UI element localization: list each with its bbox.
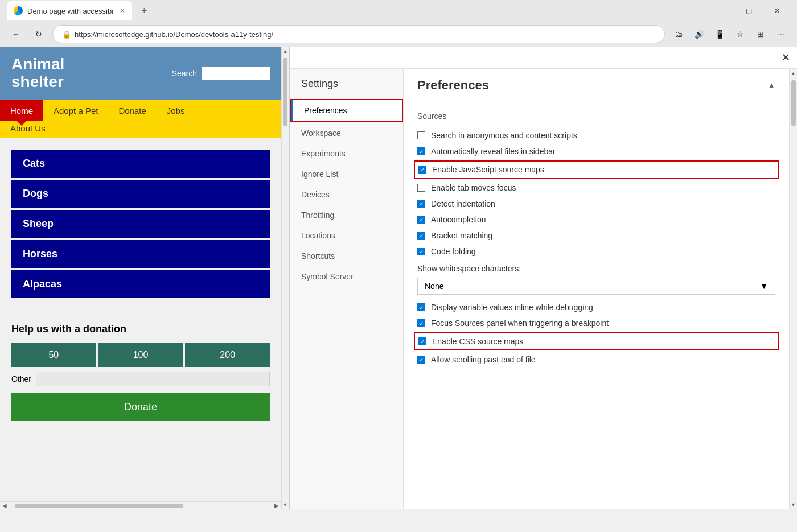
scrollbar-thumb-v[interactable] — [283, 58, 287, 126]
scroll-right-arrow[interactable]: ▶ — [272, 501, 281, 510]
donate-50[interactable]: 50 — [11, 343, 96, 367]
nav-donate[interactable]: Donate — [108, 100, 156, 121]
animals-list: Cats Dogs Sheep Horses Alpacas — [0, 138, 281, 312]
whitespace-select-container: None ▼ — [417, 278, 775, 295]
pref-scrollbar-thumb[interactable] — [791, 80, 796, 126]
settings-experiments[interactable]: Experiments — [290, 143, 403, 164]
scroll-up-arrow[interactable]: ▲ — [283, 47, 288, 56]
animal-dogs[interactable]: Dogs — [11, 180, 270, 208]
symbol-server-label: Symbol Server — [301, 272, 354, 281]
about-bar: About Us — [0, 121, 281, 138]
window-controls: — ▢ ✕ — [707, 2, 790, 20]
url-input[interactable]: 🔒 https://microsoftedge.github.io/Demos/… — [52, 25, 665, 43]
devtools-close-button[interactable]: ✕ — [782, 51, 790, 64]
other-amount-input[interactable] — [36, 372, 270, 386]
donate-100[interactable]: 100 — [98, 343, 183, 367]
settings-workspace[interactable]: Workspace — [290, 123, 403, 143]
scroll-down-arrow[interactable]: ▼ — [283, 500, 288, 509]
back-button[interactable]: ← — [7, 25, 25, 43]
pref-code-folding: ✓ Code folding — [417, 244, 775, 259]
bracket-match-checkbox[interactable]: ✓ — [417, 232, 425, 240]
favorites-icon[interactable]: ☆ — [731, 25, 749, 43]
tab-title: Demo page with accessibility issu — [27, 7, 113, 15]
nav-home[interactable]: Home — [0, 100, 43, 121]
browser-window: Demo page with accessibility issu ✕ + — … — [0, 0, 797, 47]
pref-js-source-maps: ✓ Enable JavaScript source maps — [418, 164, 774, 175]
scroll-left-arrow[interactable]: ◀ — [0, 501, 9, 510]
animal-alpacas[interactable]: Alpacas — [11, 270, 270, 298]
settings-devices[interactable]: Devices — [290, 184, 403, 205]
autocompletion-checkbox[interactable]: ✓ — [417, 216, 425, 224]
address-bar-icons: 🗂 🔊 📱 ☆ ⊞ ··· — [669, 25, 790, 43]
more-button[interactable]: ··· — [772, 25, 790, 43]
throttling-label: Throttling — [301, 211, 334, 220]
search-input[interactable] — [202, 67, 270, 80]
whitespace-select[interactable]: None ▼ — [417, 278, 775, 295]
settings-preferences[interactable]: Preferences — [291, 100, 402, 121]
settings-throttling[interactable]: Throttling — [290, 205, 403, 225]
css-source-maps-highlight: ✓ Enable CSS source maps — [414, 332, 779, 350]
preferences-highlight-box: Preferences — [290, 99, 403, 122]
donate-200[interactable]: 200 — [185, 343, 270, 367]
whitespace-value: None — [425, 282, 443, 291]
nav-adopt[interactable]: Adopt a Pet — [43, 100, 108, 121]
pref-scroll-past-end: ✓ Allow scrolling past end of file — [417, 352, 775, 368]
other-label: Other — [11, 374, 31, 383]
animal-cats[interactable]: Cats — [11, 150, 270, 178]
ignore-list-label: Ignore List — [301, 170, 338, 179]
close-window-button[interactable]: ✕ — [764, 2, 790, 20]
donate-button[interactable]: Donate — [11, 393, 270, 421]
url-text: https://microsoftedge.github.io/Demos/de… — [75, 30, 273, 39]
code-folding-label: Code folding — [431, 247, 476, 256]
main-area: Animal shelter Search Home Adopt a Pet D… — [0, 47, 797, 509]
scrollbar-thumb[interactable] — [15, 504, 183, 508]
animal-sheep[interactable]: Sheep — [11, 210, 270, 238]
minimize-button[interactable]: — — [707, 2, 733, 20]
experiments-label: Experiments — [301, 149, 346, 158]
maximize-button[interactable]: ▢ — [736, 2, 762, 20]
code-folding-checkbox[interactable]: ✓ — [417, 248, 425, 255]
browser-view-icon[interactable]: 📱 — [710, 25, 729, 43]
tab-favicon — [14, 6, 23, 15]
pref-scrollbar[interactable]: ▲ ▼ — [789, 69, 797, 509]
active-tab[interactable]: Demo page with accessibility issu ✕ — [7, 1, 132, 20]
scroll-past-end-checkbox[interactable]: ✓ — [417, 356, 425, 364]
settings-symbol-server[interactable]: Symbol Server — [290, 266, 403, 287]
anon-scripts-checkbox[interactable] — [417, 131, 425, 139]
pref-scroll-down-arrow[interactable]: ▼ — [791, 500, 796, 509]
donation-other: Other — [11, 372, 270, 386]
nav-about[interactable]: About Us — [10, 123, 46, 133]
horizontal-scrollbar[interactable]: ◀ ▶ — [0, 501, 281, 509]
focus-sources-checkbox[interactable]: ✓ — [417, 319, 425, 327]
animal-horses[interactable]: Horses — [11, 240, 270, 268]
sidebar-icon[interactable]: ⊞ — [751, 25, 770, 43]
var-inline-checkbox[interactable]: ✓ — [417, 303, 425, 311]
reveal-files-label: Automatically reveal files in sidebar — [431, 147, 556, 156]
css-source-maps-checkbox[interactable]: ✓ — [418, 337, 426, 345]
address-bar: ← ↻ 🔒 https://microsoftedge.github.io/De… — [0, 22, 797, 47]
pref-scroll-up[interactable]: ▲ — [767, 81, 775, 90]
js-source-maps-highlight: ✓ Enable JavaScript source maps — [414, 160, 779, 179]
nav-jobs[interactable]: Jobs — [157, 100, 195, 121]
js-source-maps-label: Enable JavaScript source maps — [432, 165, 544, 174]
autocompletion-label: Autocompletion — [431, 215, 486, 224]
detect-indent-checkbox[interactable]: ✓ — [417, 200, 425, 208]
vertical-scrollbar[interactable]: ▲ ▼ — [281, 47, 289, 509]
tab-close-button[interactable]: ✕ — [120, 7, 125, 15]
devtools-header: ✕ — [290, 47, 797, 69]
new-tab-button[interactable]: + — [137, 3, 152, 19]
reload-button[interactable]: ↻ — [30, 25, 48, 43]
collections-icon[interactable]: 🗂 — [669, 25, 688, 43]
settings-shortcuts[interactable]: Shortcuts — [290, 246, 403, 266]
settings-sidebar: Settings Preferences Workspace Experimen… — [290, 69, 404, 509]
read-aloud-icon[interactable]: 🔊 — [690, 25, 708, 43]
pref-bracket-match: ✓ Bracket matching — [417, 228, 775, 244]
pref-scroll-up-arrow[interactable]: ▲ — [791, 69, 796, 78]
settings-ignore-list[interactable]: Ignore List — [290, 164, 403, 184]
shortcuts-label: Shortcuts — [301, 251, 335, 261]
reveal-files-checkbox[interactable]: ✓ — [417, 147, 425, 155]
pref-css-source-maps: ✓ Enable CSS source maps — [418, 336, 774, 347]
js-source-maps-checkbox[interactable]: ✓ — [418, 166, 426, 174]
settings-locations[interactable]: Locations — [290, 225, 403, 246]
tab-focus-checkbox[interactable] — [417, 184, 425, 192]
